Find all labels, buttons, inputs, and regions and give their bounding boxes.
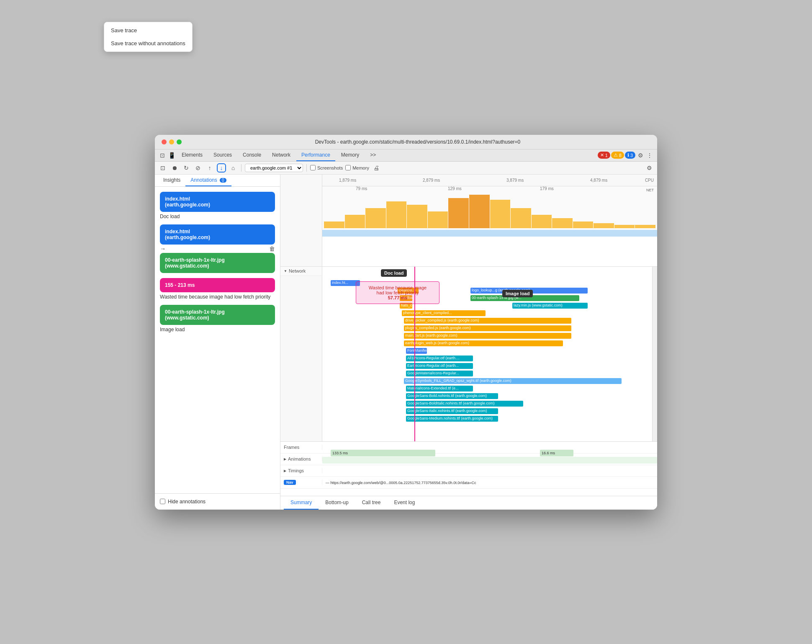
timeline-ruler: 1,879 ms 2,879 ms 3,879 ms 4,879 ms 5,8 …	[322, 175, 657, 186]
record-button[interactable]: ⊡	[158, 163, 167, 173]
network-section-label: ▼ Network	[280, 267, 322, 276]
tab-memory[interactable]: Memory	[336, 149, 364, 161]
tab-bottom-up[interactable]: Bottom-up	[319, 496, 355, 510]
more-icon[interactable]: ⋮	[645, 151, 654, 160]
sub-tab-bar: Insights Annotations 0	[155, 175, 280, 187]
network-section: ▼ Network Doc load Image load	[280, 267, 657, 441]
timeline-left-header	[280, 175, 322, 266]
net-bar-fontmanifest: FontManifest.json (earth.goo...	[406, 348, 427, 354]
right-panel: 1,879 ms 2,879 ms 3,879 ms 4,879 ms 5,8 …	[280, 175, 657, 510]
table-row: drive_picker_compiled.js (earth.google.c…	[322, 317, 652, 325]
doc-load-tooltip: Doc load	[381, 269, 407, 277]
nav-pill: Nav	[284, 480, 296, 485]
annotation-item-4: 00-earth-splash-1x-ltr.jpg(www.gstatic.c…	[160, 305, 275, 332]
tab-console[interactable]: Console	[238, 149, 266, 161]
tab-more[interactable]: >>	[365, 149, 381, 161]
right-inner: 1,879 ms 2,879 ms 3,879 ms 4,879 ms 5,8 …	[280, 175, 657, 510]
delete-annotation-icon[interactable]: 🗑	[269, 245, 275, 252]
net-bar-all1picons: All1PIcons-Regular.otf (earth....	[406, 355, 473, 361]
more-settings-icon[interactable]: 🖨	[372, 163, 381, 173]
memory-checkbox[interactable]	[345, 165, 351, 170]
left-panel: Insights Annotations 0 index.html(earth.…	[155, 175, 280, 510]
tab-call-tree[interactable]: Call tree	[355, 496, 388, 510]
profile-select[interactable]: earth.google.com #1	[245, 164, 303, 172]
scrollbar[interactable]	[652, 267, 657, 441]
anno-card-pink[interactable]: 155 - 213 ms	[160, 278, 275, 292]
net-bar-googlefonts-italic: GoogleSans-Italic.nohints.ttf (earth.goo…	[406, 408, 498, 414]
timeline-right-content: 1,879 ms 2,879 ms 3,879 ms 4,879 ms 5,8 …	[322, 175, 657, 266]
network-bars-area[interactable]: Doc load Image load index.ht...	[322, 267, 652, 441]
tab-sources[interactable]: Sources	[208, 149, 237, 161]
table-row: FontManifest.json (earth.goo...	[322, 347, 652, 355]
timings-label: ▶ Timings	[280, 468, 322, 473]
table-row: earthplugin_web.js (earth.google.com)	[322, 340, 652, 347]
separator1	[241, 164, 242, 172]
annotation-item-3: 155 - 213 ms Wasted time because image h…	[160, 278, 275, 300]
settings-icon[interactable]: ⚙	[636, 151, 645, 160]
tab-annotations[interactable]: Annotations 0	[185, 175, 231, 186]
device-icon[interactable]: 📱	[167, 151, 176, 160]
reload-button[interactable]: ↻	[182, 163, 191, 173]
annotations-list: index.html(earth.google.com) Doc load in…	[155, 187, 280, 493]
net-bar-googlesymbols: GoogleSymbols_FILL_GRAD_opsz_wght.ttf (e…	[404, 378, 622, 384]
table-row: EarthIcons-Regular.otf (earth...	[322, 362, 652, 370]
gear-icon[interactable]: ⚙	[645, 163, 654, 173]
memory-checkbox-label[interactable]: Memory	[345, 165, 369, 170]
separator2	[306, 164, 307, 172]
tab-elements[interactable]: Elements	[177, 149, 208, 161]
triangle-icon: ▼	[284, 269, 287, 273]
inspect-icon[interactable]: ⊡	[158, 151, 167, 160]
anim-triangle: ▶	[284, 457, 286, 461]
devtools-tab-bar: ⊡ 📱 Elements Sources Console Network Per…	[155, 149, 657, 162]
warn-badge: ⚠8	[611, 152, 624, 159]
tab-event-log[interactable]: Event log	[387, 496, 421, 510]
minimize-button[interactable]	[169, 139, 174, 144]
table-row: plugins_compiled.js (earth.google.com)	[322, 325, 652, 332]
hide-annotations-checkbox[interactable]	[160, 499, 165, 504]
ruler-mark-2: 2,879 ms	[423, 178, 440, 183]
anno-card-blue-1[interactable]: index.html(earth.google.com)	[160, 192, 275, 212]
timings-triangle: ▶	[284, 469, 286, 473]
tab-performance[interactable]: Performance	[296, 149, 335, 161]
network-labels: ▼ Network	[280, 267, 322, 441]
tab-network[interactable]: Network	[267, 149, 296, 161]
ruler-mark-3: 3,879 ms	[506, 178, 524, 183]
net-bar-googlematerial: GoogleMaterialIcons-Regular...	[406, 371, 473, 376]
info-badge: ℹ3	[625, 152, 635, 159]
upload-button[interactable]: ↑	[205, 163, 214, 173]
download-button[interactable]: ↓	[217, 163, 226, 173]
time-label-1: 79 ms	[356, 186, 367, 191]
anno-description: Wasted time because image had low fetch …	[160, 294, 275, 300]
maximize-button[interactable]	[177, 139, 182, 144]
anno-card-blue-2[interactable]: index.html(earth.google.com)	[160, 224, 275, 245]
screenshots-checkbox[interactable]	[310, 165, 316, 170]
tab-insights[interactable]: Insights	[158, 175, 185, 186]
anno-card-green-2[interactable]: 00-earth-splash-1x-ltr.jpg(www.gstatic.c…	[160, 305, 275, 325]
net-bar-googlefonts-medium: GoogleSans-Medium.nohints.ttf (earth.goo…	[406, 416, 498, 422]
traffic-lights	[162, 139, 182, 144]
anno-arrow: → 🗑	[160, 245, 275, 252]
pink-marker-line	[414, 267, 415, 441]
close-button[interactable]	[162, 139, 167, 144]
nav-row: Nav — https://earth.google.com/web/@0...…	[280, 477, 657, 489]
net-bar-lazy: lazy.min.js (www.gstatic.com)	[512, 303, 588, 309]
animations-label: ▶ Animations	[280, 456, 322, 461]
record-circle-button[interactable]: ⏺	[170, 163, 179, 173]
frames-bar-1: 133.5 ms	[331, 450, 435, 456]
net-bar-googlefonts-bold: GoogleSans-Bold.nohints.ttf (earth.googl…	[406, 393, 498, 399]
annotation-item-1: index.html(earth.google.com) Doc load	[160, 192, 275, 219]
ruler-mark-1: 1,879 ms	[339, 178, 356, 183]
net-label: NET	[646, 188, 654, 192]
screenshots-checkbox-label[interactable]: Screenshots	[310, 165, 343, 170]
clear-button[interactable]: ⊘	[193, 163, 203, 173]
image-load-tooltip: Image load	[502, 290, 533, 297]
tab-summary[interactable]: Summary	[284, 496, 319, 510]
frames-bar-2: 16.6 ms	[540, 450, 573, 456]
error-badge: ✕1	[598, 152, 610, 159]
table-row: GoogleSymbols_FILL_GRAD_opsz_wght.ttf (e…	[322, 377, 652, 385]
anno-card-green-1[interactable]: 00-earth-splash-1x-ltr.jpg(www.gstatic.c…	[160, 253, 275, 273]
cpu-label: CPU	[645, 178, 654, 183]
home-button[interactable]: ⌂	[229, 163, 238, 173]
timeline-top: 1,879 ms 2,879 ms 3,879 ms 4,879 ms 5,8 …	[280, 175, 657, 267]
net-bar-materialicons: MaterialIcons-Extended.ttf (e...	[406, 386, 473, 392]
